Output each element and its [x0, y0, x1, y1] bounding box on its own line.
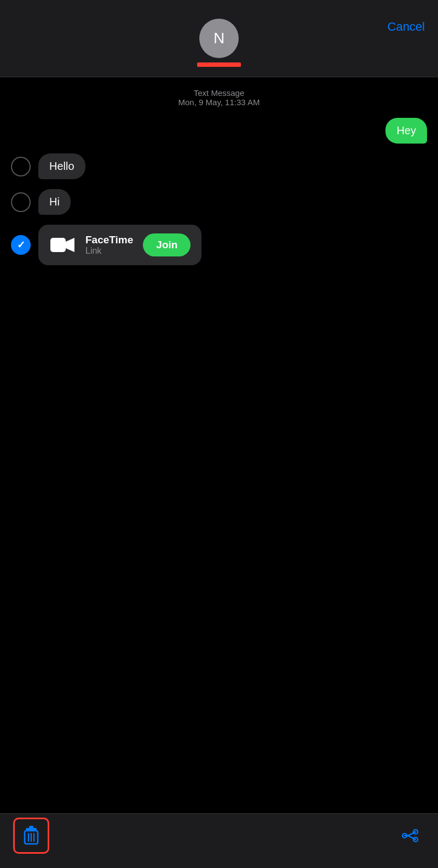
select-circle-facetime[interactable]: ✓	[11, 235, 31, 255]
outgoing-bubble-hey: Hey	[385, 118, 427, 144]
svg-rect-0	[50, 238, 66, 252]
cancel-button[interactable]: Cancel	[388, 20, 425, 34]
select-circle-hello[interactable]	[11, 157, 31, 176]
trash-button-wrapper	[13, 818, 49, 854]
share-button[interactable]	[396, 821, 425, 850]
timestamp-header: Text Message Mon, 9 May, 11:33 AM	[0, 88, 438, 107]
facetime-message-row: ✓ FaceTime Link Join	[0, 225, 438, 265]
svg-rect-2	[29, 826, 33, 829]
message-row: Hey	[0, 118, 438, 144]
facetime-text: FaceTime Link	[85, 234, 133, 256]
incoming-bubble-hello: Hello	[38, 153, 85, 179]
message-row: Hi	[0, 189, 438, 215]
delete-button[interactable]	[17, 821, 45, 850]
facetime-join-button[interactable]: Join	[143, 233, 191, 256]
select-circle-hi[interactable]	[11, 192, 31, 212]
facetime-title: FaceTime	[85, 234, 133, 246]
facetime-video-icon	[49, 235, 76, 255]
facetime-subtitle: Link	[85, 246, 133, 256]
message-header: N Cancel	[0, 0, 438, 77]
checkmark-icon: ✓	[17, 239, 25, 251]
facetime-bubble: FaceTime Link Join	[38, 225, 201, 265]
messages-area: Text Message Mon, 9 May, 11:33 AM Hey He…	[0, 77, 438, 286]
avatar: N	[199, 19, 239, 58]
avatar-underline	[197, 62, 241, 67]
timestamp-title: Text Message	[0, 88, 438, 98]
timestamp-sub: Mon, 9 May, 11:33 AM	[0, 98, 438, 107]
contact-avatar-container: N	[197, 19, 241, 67]
bottom-toolbar	[0, 813, 438, 868]
incoming-bubble-hi: Hi	[38, 189, 71, 215]
message-row: Hello	[0, 153, 438, 179]
